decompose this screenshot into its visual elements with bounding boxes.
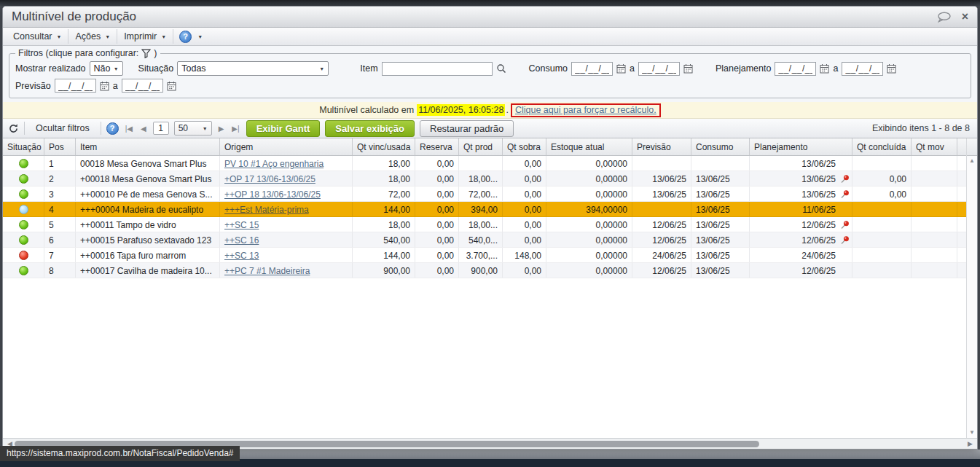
table-row[interactable]: 100018 Mesa Genova Smart PlusPV 10 #1 Aç… [3, 156, 966, 171]
salvar-exibicao-button[interactable]: Salvar exibição [325, 120, 415, 137]
prev-page-icon[interactable]: ◀ [139, 125, 148, 133]
table-row[interactable]: 3++00010 Pé de mesa Genova S...++OP 18 1… [3, 187, 966, 202]
pin-icon[interactable] [836, 235, 850, 247]
column-header-13[interactable]: Qt mov [912, 138, 957, 155]
help-icon[interactable]: ? [179, 31, 192, 43]
column-header-5[interactable]: Reserva [415, 138, 459, 155]
consumo-cell: 13/06/25 [691, 202, 750, 216]
pin-icon[interactable] [836, 189, 850, 201]
column-header-2[interactable]: Item [76, 138, 220, 155]
search-icon[interactable] [496, 63, 506, 74]
status-green-icon [19, 220, 28, 229]
column-header-7[interactable]: Qt sobra [503, 138, 546, 155]
origem-link[interactable]: ++PC 7 #1 Madeireira [224, 266, 310, 276]
calendar-icon[interactable] [616, 63, 626, 74]
estoque-cell: 0,00000 [546, 263, 632, 278]
scroll-down-icon[interactable]: ▼ [969, 430, 975, 436]
column-header-10[interactable]: Consumo [691, 138, 750, 155]
chevron-down-icon[interactable]: ▼ [197, 34, 203, 39]
origem-link[interactable]: +OP 17 13/06-13/06/25 [224, 174, 315, 184]
consumo-cell: 13/06/25 [691, 187, 750, 201]
row-filler [957, 202, 966, 216]
column-header-12[interactable]: Qt concluída [852, 138, 912, 155]
close-icon[interactable]: × [962, 11, 968, 23]
table-row[interactable]: 6++00015 Parafuso sextavado 123++SC 1654… [3, 232, 966, 248]
calendar-icon[interactable] [683, 63, 693, 74]
page-number-input[interactable]: 1 [153, 122, 169, 135]
status-blue-icon [19, 205, 28, 214]
pin-icon[interactable] [836, 220, 850, 232]
column-header-3[interactable]: Origem [220, 138, 353, 155]
status-cell [3, 202, 44, 216]
refresh-icon[interactable] [8, 123, 19, 134]
menu-consultar[interactable]: Consultar ▼ [7, 29, 68, 44]
calendar-icon[interactable] [100, 81, 109, 91]
item-input[interactable] [382, 62, 493, 76]
recalc-link[interactable]: Clique aqui para forçar o recálculo. [515, 105, 656, 115]
reserva-cell: 0,00 [415, 187, 459, 201]
column-header-1[interactable]: Pos [44, 138, 76, 155]
pin-icon[interactable] [836, 174, 850, 186]
calendar-icon[interactable] [820, 63, 829, 74]
status-green-icon [19, 159, 28, 168]
table-row[interactable]: 2+00018 Mesa Genova Smart Plus+OP 17 13/… [3, 171, 966, 187]
table-row[interactable]: 5++00011 Tampo de vidro++SC 1518,000,001… [3, 217, 966, 232]
origem-link[interactable]: ++OP 18 13/06-13/06/25 [224, 189, 321, 200]
calendar-icon[interactable] [887, 63, 896, 74]
consumo-from-input[interactable] [571, 62, 613, 76]
column-header-8[interactable]: Estoque atual [546, 138, 632, 155]
origem-link[interactable]: ++SC 15 [224, 220, 259, 230]
qt-mov-cell [912, 202, 957, 216]
column-header-9[interactable]: Previsão [632, 138, 691, 155]
consumo-to-input[interactable] [638, 62, 680, 76]
menu-acoes[interactable]: Ações ▼ [68, 29, 117, 44]
origem-link[interactable]: PV 10 #1 Aço engenharia [224, 159, 324, 169]
previsao-from-input[interactable] [55, 79, 96, 93]
table-row[interactable]: 4+++00004 Madeira de eucalipto+++Est Mat… [3, 202, 966, 217]
help-icon[interactable]: ? [106, 122, 119, 135]
situacao-select[interactable]: Todas ▼ [177, 61, 329, 76]
origem-link[interactable]: ++SC 13 [224, 251, 259, 261]
origem-link[interactable]: ++SC 16 [224, 235, 259, 246]
scroll-up-icon[interactable]: ▲ [969, 158, 975, 164]
restaurar-padrao-button[interactable]: Restaurar padrão [420, 120, 514, 137]
calendar-icon[interactable] [167, 81, 176, 91]
column-header-0[interactable]: Situação [3, 138, 44, 155]
vertical-scrollbar[interactable]: ▲ ▼ [966, 138, 977, 438]
previsao-to-input[interactable] [122, 79, 163, 93]
previsao-cell: 13/06/25 [632, 171, 691, 186]
table-row[interactable]: 8++00017 Cavilha de madeira 10...++PC 7 … [3, 263, 966, 278]
qt-concluida-cell: 0,00 [852, 171, 912, 186]
mostrar-realizado-select[interactable]: Não ▼ [90, 61, 123, 76]
column-header-4[interactable]: Qt vinc/usada [353, 138, 415, 155]
mostrar-realizado-value: Não [94, 63, 111, 74]
page-size-select[interactable]: 50 ▼ [174, 121, 212, 136]
origem-link[interactable]: +++Est Matéria-prima [224, 205, 309, 215]
last-page-icon[interactable]: ▶| [230, 125, 240, 133]
first-page-icon[interactable]: |◀ [124, 125, 134, 133]
hide-filters-button[interactable]: Ocultar filtros [30, 121, 95, 136]
planejamento-cell: 13/06/25 [750, 156, 852, 170]
pos-cell: 7 [44, 248, 76, 262]
planejamento-to-input[interactable] [842, 62, 883, 76]
status-green-icon [19, 235, 28, 245]
table-row[interactable]: 7++00016 Tapa furo marrom++SC 13144,000,… [3, 248, 966, 263]
row-filler [957, 263, 966, 278]
menu-imprimir[interactable]: Imprimir ▼ [117, 29, 173, 44]
comment-bubble-icon[interactable] [936, 12, 952, 23]
page-top-strip [0, 0, 980, 6]
pos-cell: 1 [44, 156, 76, 170]
pin-placeholder [836, 159, 850, 170]
qt-vinc-cell: 18,00 [353, 156, 415, 170]
exibir-gantt-button[interactable]: Exibir Gantt [246, 120, 321, 137]
pos-cell: 3 [44, 187, 76, 201]
menu-consultar-label: Consultar [13, 31, 52, 42]
column-header-11[interactable]: Planejamento [750, 138, 852, 155]
window-titlebar: Multinível de produção × [3, 7, 977, 28]
planejamento-from-input[interactable] [775, 62, 816, 76]
chevron-down-icon: ▼ [105, 34, 110, 39]
column-header-6[interactable]: Qt prod [459, 138, 503, 155]
next-page-icon[interactable]: ▶ [217, 125, 226, 133]
scroll-right-icon[interactable]: ▶ [965, 441, 975, 447]
funnel-icon[interactable] [141, 49, 151, 58]
